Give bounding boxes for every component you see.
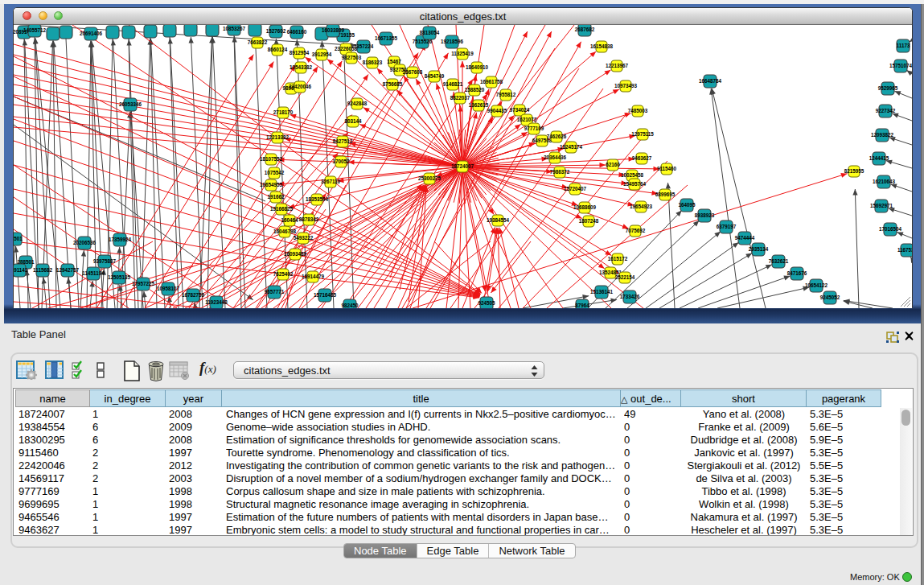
svg-text:15716485: 15716485: [314, 292, 337, 298]
svg-text:1115682: 1115682: [33, 267, 52, 273]
svg-text:7075692: 7075692: [626, 228, 646, 233]
svg-text:12975115: 12975115: [631, 131, 654, 137]
svg-text:18640910: 18640910: [466, 64, 489, 70]
svg-text:9734024: 9734024: [510, 107, 530, 113]
svg-text:9242848: 9242848: [347, 101, 368, 106]
svg-text:16671355: 16671355: [375, 35, 398, 41]
svg-text:1621072: 1621072: [517, 117, 537, 122]
svg-text:8822037: 8822037: [450, 95, 470, 101]
svg-text:93975887: 93975887: [93, 258, 117, 264]
svg-text:15720407: 15720407: [564, 186, 587, 192]
svg-text:16961758: 16961758: [480, 79, 503, 84]
svg-text:1362615: 1362615: [469, 102, 489, 108]
svg-text:1588520: 1588520: [465, 87, 485, 93]
svg-text:12505135: 12505135: [108, 274, 131, 280]
svg-text:170052: 170052: [332, 159, 350, 164]
svg-text:1807248: 1807248: [579, 218, 599, 224]
svg-text:9245052: 9245052: [820, 295, 840, 300]
svg-text:17359924: 17359924: [109, 237, 132, 242]
svg-text:10853267: 10853267: [223, 26, 246, 31]
svg-text:18724007: 18724007: [451, 163, 474, 169]
svg-text:23420046: 23420046: [289, 84, 312, 89]
svg-text:9777109: 9777109: [524, 126, 544, 131]
svg-text:2687682: 2687682: [575, 27, 595, 32]
svg-text:10973493: 10973493: [614, 83, 638, 89]
svg-text:15751074: 15751074: [889, 63, 912, 68]
svg-text:2367608: 2367608: [403, 69, 423, 75]
svg-text:8215955: 8215955: [844, 168, 864, 174]
svg-text:12093822: 12093822: [871, 132, 894, 138]
svg-text:1615172: 1615172: [608, 256, 628, 262]
svg-text:20691406: 20691406: [80, 31, 103, 36]
svg-text:16093489: 16093489: [284, 251, 307, 257]
svg-text:6466160: 6466160: [287, 29, 307, 35]
svg-text:982450: 982450: [341, 303, 359, 308]
svg-text:15495764: 15495764: [623, 181, 647, 187]
svg-text:8938923: 8938923: [695, 212, 715, 218]
svg-text:8186323: 8186323: [363, 60, 383, 65]
svg-text:19654923: 19654923: [630, 204, 653, 209]
svg-text:7625402: 7625402: [273, 271, 294, 277]
svg-text:8813054: 8813054: [420, 30, 440, 35]
svg-text:8912954: 8912954: [290, 50, 310, 56]
svg-text:19384554: 19384554: [487, 217, 510, 223]
svg-text:87964: 87964: [575, 303, 589, 308]
svg-text:10654955: 10654955: [260, 182, 283, 187]
svg-text:12213967: 12213967: [606, 63, 629, 68]
svg-text:9146821: 9146821: [443, 81, 463, 87]
svg-text:1244415: 1244415: [869, 155, 889, 161]
svg-text:2935134: 2935134: [749, 246, 769, 252]
svg-text:7955812: 7955812: [496, 92, 516, 97]
svg-text:9115460: 9115460: [657, 166, 677, 171]
svg-text:1167534: 1167534: [897, 247, 912, 253]
svg-text:6899695: 6899695: [655, 192, 676, 197]
svg-text:26053346: 26053346: [119, 101, 142, 107]
svg-text:2522154: 2522154: [615, 274, 635, 280]
svg-text:16914479: 16914479: [302, 274, 325, 279]
svg-text:16648784: 16648784: [699, 78, 722, 84]
svg-text:7986372: 7986372: [550, 169, 570, 175]
svg-text:11923448: 11923448: [205, 299, 228, 305]
svg-text:16210643: 16210643: [873, 179, 896, 184]
svg-text:8471676: 8471676: [787, 270, 807, 276]
svg-text:14055712: 14055712: [23, 27, 47, 33]
svg-text:8756685: 8756685: [383, 81, 403, 87]
svg-text:11325419: 11325419: [451, 51, 474, 56]
svg-text:7462626: 7462626: [547, 134, 567, 139]
svg-text:16154838: 16154838: [590, 43, 614, 49]
svg-text:15467: 15467: [387, 59, 401, 64]
svg-text:10543382: 10543382: [290, 64, 313, 70]
svg-text:5493222: 5493222: [294, 235, 314, 241]
svg-text:17957225: 17957225: [132, 281, 155, 286]
svg-text:7632621: 7632621: [769, 258, 789, 264]
svg-text:19166825: 19166825: [270, 206, 294, 212]
svg-text:11451194: 11451194: [82, 270, 105, 276]
svg-text:9657771: 9657771: [265, 289, 285, 295]
svg-text:25300275: 25300275: [418, 175, 441, 181]
svg-text:9474444: 9474444: [735, 235, 755, 241]
svg-text:3912954: 3912954: [312, 51, 332, 57]
svg-text:7663822: 7663822: [248, 39, 268, 45]
svg-text:28501: 28501: [14, 236, 23, 241]
svg-text:2718170: 2718170: [273, 109, 294, 115]
svg-text:20364436: 20364436: [544, 154, 567, 160]
svg-text:10654122: 10654122: [805, 282, 828, 288]
svg-text:3267110: 3267110: [321, 179, 341, 184]
svg-text:7485003: 7485003: [628, 108, 648, 113]
svg-text:20206536: 20206536: [73, 240, 97, 245]
svg-text:391141: 391141: [14, 267, 28, 273]
svg-text:16046798: 16046798: [273, 229, 297, 234]
svg-text:1527602: 1527602: [266, 28, 286, 34]
svg-text:9529965: 9529965: [878, 85, 898, 91]
svg-text:8660124: 8660124: [268, 47, 288, 52]
svg-text:10025458: 10025458: [621, 172, 644, 178]
svg-text:62160: 62160: [606, 162, 620, 167]
svg-text:16033809: 16033809: [322, 27, 345, 33]
svg-text:12942757: 12942757: [56, 267, 80, 273]
svg-text:8427512: 8427512: [333, 138, 353, 144]
svg-text:10688609: 10688609: [573, 204, 597, 210]
svg-text:15136141: 15136141: [590, 289, 614, 295]
svg-text:160464: 160464: [281, 217, 298, 223]
svg-text:17016504: 17016504: [879, 226, 902, 232]
svg-text:9827503: 9827503: [342, 55, 362, 60]
